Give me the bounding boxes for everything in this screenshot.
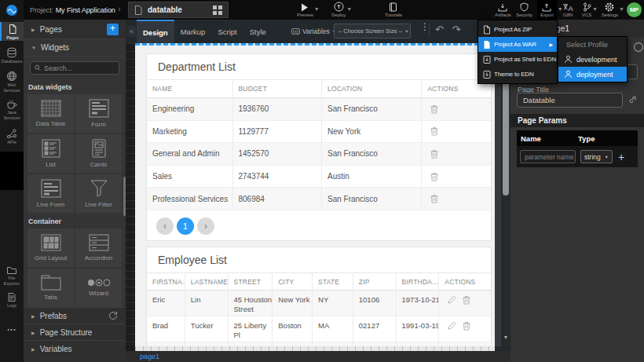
column-header[interactable]: STREET bbox=[229, 273, 273, 291]
undo-button[interactable]: ↶ bbox=[435, 24, 444, 35]
delete-row-button[interactable] bbox=[463, 295, 470, 305]
column-header[interactable]: BIRTHDA... bbox=[397, 273, 440, 291]
pagination-page-1[interactable]: 1 bbox=[177, 218, 194, 235]
profile-option-deployment[interactable]: deployment bbox=[558, 67, 627, 82]
security-button[interactable]: Security bbox=[516, 0, 532, 20]
employee-list-widget[interactable]: Employee ListFIRSTNA...LASTNAMESTREETCIT… bbox=[146, 247, 492, 346]
widget-tile-wizard[interactable]: Wizard bbox=[75, 269, 122, 307]
tutorials-button[interactable]: Tutorials bbox=[385, 0, 402, 20]
left-panel-scrollbar[interactable] bbox=[123, 177, 126, 216]
pages-section-header[interactable]: ▶ Pages + bbox=[24, 20, 126, 39]
rail-item-web-services[interactable]: WebServices bbox=[0, 69, 24, 93]
i18n-button[interactable]: A I18N bbox=[562, 0, 573, 20]
vcs-button[interactable]: VCS▼ bbox=[582, 0, 591, 20]
add-page-button[interactable]: + bbox=[107, 24, 119, 35]
column-header[interactable]: FIRSTNA... bbox=[147, 273, 185, 291]
column-header[interactable]: ZIP bbox=[353, 273, 397, 291]
preview-button[interactable]: Preview▼ bbox=[297, 0, 313, 20]
variables-menu[interactable]: {x} Variables ▼ bbox=[291, 20, 336, 43]
column-header[interactable]: LOCATION bbox=[322, 80, 422, 98]
settings-button[interactable]: Settings▼ bbox=[602, 0, 618, 20]
more-options-icon[interactable]: ⋮ bbox=[420, 24, 425, 29]
widget-tile-data-table[interactable]: Data Table bbox=[27, 94, 74, 133]
export-menu-item-project-as-shell-to-edn[interactable]: Project as Shell to EDN bbox=[478, 52, 557, 67]
table-row[interactable]: Professional Services806984San Francisco bbox=[147, 188, 491, 210]
widget-tile-grid-layout[interactable]: Grid Layout bbox=[27, 229, 74, 267]
pagination-prev-button[interactable]: ‹ bbox=[156, 218, 174, 235]
rail-item-apis[interactable]: APIs bbox=[0, 127, 24, 145]
widget-search[interactable] bbox=[30, 61, 119, 75]
rail-item-java-services[interactable]: JavaServices bbox=[0, 97, 24, 120]
table-cell: San Francisco bbox=[322, 188, 422, 210]
screen-size-select[interactable]: – Choose Screen Size – ▼ bbox=[334, 24, 411, 38]
column-header[interactable]: ACTIONS bbox=[439, 273, 491, 291]
page-title-input[interactable]: Datatable bbox=[517, 93, 623, 108]
bind-link-icon[interactable] bbox=[628, 95, 637, 104]
widget-tile-live-form[interactable]: Live Form bbox=[27, 174, 74, 213]
grid-view-icon[interactable] bbox=[213, 5, 222, 15]
table-row[interactable]: BradTucker25 Liberty PlBostonMA021271991… bbox=[147, 316, 491, 342]
param-name-input[interactable] bbox=[520, 150, 576, 163]
pagination-next-button[interactable]: › bbox=[197, 218, 214, 235]
tab-style[interactable]: Style bbox=[243, 20, 273, 43]
export-menu-item-theme-to-edn[interactable]: Theme to EDN bbox=[478, 67, 557, 82]
section-prefabs[interactable]: ▶ Prefabs bbox=[24, 307, 126, 324]
department-list-widget[interactable]: Department ListNAMEBUDGETLOCATIONACTIONS… bbox=[146, 53, 492, 241]
delete-row-button[interactable] bbox=[430, 126, 438, 136]
widget-tile-cards[interactable]: Cards bbox=[75, 134, 122, 173]
rail-item-logs[interactable]: Logs bbox=[0, 291, 24, 309]
widgets-section-header[interactable]: ▼ Widgets bbox=[24, 39, 126, 57]
scrollbar-down-arrow[interactable]: ▼ bbox=[503, 335, 509, 340]
deploy-button[interactable]: Deploy▼ bbox=[331, 0, 346, 20]
column-header[interactable]: CITY bbox=[273, 273, 313, 291]
section-page-structure[interactable]: ▶ Page Structure bbox=[24, 324, 126, 340]
artifacts-button[interactable]: Artifacts bbox=[495, 0, 511, 20]
widget-tile-live-filter[interactable]: Live Filter bbox=[75, 174, 122, 213]
profile-option-development[interactable]: development bbox=[558, 52, 627, 67]
column-header[interactable]: NAME bbox=[147, 80, 233, 98]
table-row[interactable]: Marketing1129777New York bbox=[147, 121, 491, 144]
refresh-icon[interactable] bbox=[633, 42, 644, 53]
canvas-scrollbar[interactable]: ▼ bbox=[501, 43, 510, 346]
param-type-select[interactable]: string ▼ bbox=[580, 150, 613, 163]
widget-tile-form[interactable]: Form bbox=[75, 94, 122, 133]
column-header[interactable]: BUDGET bbox=[233, 80, 322, 98]
page-selector[interactable]: datatable bbox=[128, 2, 229, 18]
column-header[interactable]: LASTNAME bbox=[185, 273, 229, 291]
table-row[interactable]: General and Admin1452570San Francisco bbox=[147, 143, 491, 166]
delete-row-button[interactable] bbox=[430, 104, 438, 114]
widget-tile-accordion[interactable]: Accordion bbox=[75, 229, 122, 267]
bottom-page-tab[interactable]: page1 bbox=[140, 353, 159, 360]
delete-row-button[interactable] bbox=[430, 172, 438, 181]
delete-row-button[interactable] bbox=[463, 321, 470, 331]
section-variables[interactable]: ▶ Variables bbox=[24, 340, 126, 357]
tab-script[interactable]: Script bbox=[211, 20, 243, 43]
column-header[interactable]: STATE bbox=[313, 273, 353, 291]
edit-row-button[interactable] bbox=[448, 321, 456, 331]
design-canvas[interactable]: Department ListNAMEBUDGETLOCATIONACTIONS… bbox=[135, 43, 495, 346]
wavemaker-logo[interactable] bbox=[0, 0, 24, 20]
add-param-button[interactable]: + bbox=[618, 151, 624, 163]
widget-tile-tabs[interactable]: Tabs bbox=[27, 269, 74, 307]
edit-row-button[interactable] bbox=[448, 295, 456, 305]
table-row[interactable]: Sales2743744Austin bbox=[147, 166, 491, 188]
user-avatar[interactable]: MP bbox=[627, 2, 642, 17]
rail-item-pages[interactable]: Pages bbox=[0, 22, 24, 41]
tab-design[interactable]: Design bbox=[137, 20, 174, 43]
table-row[interactable]: EricLin45 Houston StreetNew YorkNY101061… bbox=[147, 291, 491, 316]
rail-item-file-explorer[interactable]: FileExplorer bbox=[0, 264, 24, 286]
refresh-icon[interactable] bbox=[108, 311, 118, 320]
export-button[interactable]: Export▼ bbox=[537, 0, 557, 20]
redo-button[interactable]: ↶ bbox=[452, 24, 461, 35]
table-row[interactable]: Engineering1936760San Francisco bbox=[147, 98, 491, 121]
tab-markup[interactable]: Markup bbox=[174, 20, 212, 43]
export-menu-item-project-as-zip[interactable]: Project As ZIP bbox=[478, 22, 557, 37]
collapse-panel-button[interactable]: « bbox=[127, 26, 136, 37]
rail-item-databases[interactable]: Databases bbox=[0, 46, 24, 64]
delete-row-button[interactable] bbox=[430, 194, 438, 203]
rail-more-icon[interactable]: ••• bbox=[0, 326, 24, 333]
widget-tile-list[interactable]: List bbox=[27, 134, 74, 173]
delete-row-button[interactable] bbox=[430, 149, 438, 159]
widget-search-input[interactable] bbox=[44, 64, 115, 72]
export-menu-item-project-as-war[interactable]: Project As WAR▶ bbox=[478, 37, 557, 52]
